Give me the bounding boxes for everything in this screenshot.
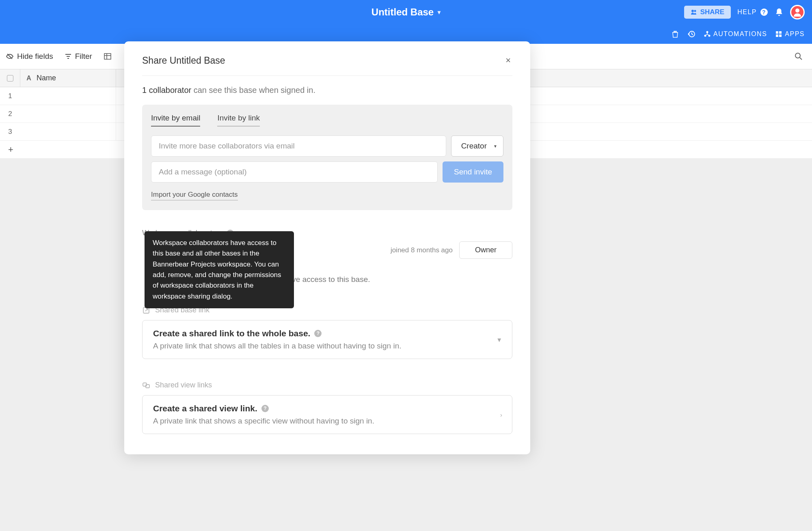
apps-label: APPS bbox=[785, 30, 805, 38]
shared-base-link-card[interactable]: Create a shared link to the whole base. … bbox=[142, 320, 512, 359]
filter-button[interactable]: Filter bbox=[65, 52, 92, 61]
modal-subtitle: 1 collaborator can see this base when si… bbox=[142, 86, 512, 95]
hide-fields-label: Hide fields bbox=[17, 52, 53, 61]
joined-text: joined 8 months ago bbox=[391, 246, 453, 254]
help-button[interactable]: HELP ? bbox=[737, 8, 768, 16]
chevron-right-icon: › bbox=[500, 411, 502, 418]
column-header-name[interactable]: A Name bbox=[20, 69, 116, 87]
apps-button[interactable]: APPS bbox=[775, 30, 805, 38]
invite-box: Invite by email Invite by link Creator ▼… bbox=[142, 105, 512, 210]
help-label: HELP bbox=[737, 9, 757, 16]
shared-view-links-label: Shared view links bbox=[142, 381, 512, 389]
automations-button[interactable]: AUTOMATIONS bbox=[704, 30, 767, 38]
svg-rect-13 bbox=[104, 54, 111, 59]
eye-off-icon bbox=[6, 52, 14, 60]
shared-base-card-desc: A private link that shows all the tables… bbox=[153, 342, 501, 350]
base-title-text: Untitled Base bbox=[371, 6, 434, 18]
row-number: 1 bbox=[0, 92, 20, 100]
role-select[interactable]: Creator ▼ bbox=[451, 135, 503, 157]
row-number: 2 bbox=[0, 110, 20, 118]
group-button[interactable] bbox=[104, 52, 112, 60]
svg-point-16 bbox=[795, 53, 800, 58]
svg-text:?: ? bbox=[762, 9, 766, 15]
svg-text:A: A bbox=[26, 75, 31, 82]
tooltip: Workspace collaborators have access to t… bbox=[145, 231, 294, 308]
svg-rect-9 bbox=[776, 31, 778, 34]
select-all-checkbox[interactable] bbox=[0, 69, 20, 87]
svg-point-4 bbox=[795, 9, 799, 13]
svg-point-6 bbox=[706, 31, 708, 33]
svg-rect-11 bbox=[776, 34, 778, 37]
svg-rect-10 bbox=[779, 31, 782, 34]
shared-view-link-card[interactable]: Create a shared view link. ? A private l… bbox=[142, 395, 512, 434]
svg-point-1 bbox=[694, 10, 696, 12]
link-icon bbox=[142, 381, 150, 389]
search-icon bbox=[794, 52, 803, 61]
group-icon bbox=[104, 52, 112, 60]
chevron-down-icon: ▾ bbox=[438, 9, 441, 15]
tab-invite-link[interactable]: Invite by link bbox=[217, 114, 260, 127]
base-title[interactable]: Untitled Base ▾ bbox=[371, 6, 441, 18]
shared-view-card-title: Create a shared view link. bbox=[153, 404, 257, 413]
trash-icon[interactable] bbox=[671, 30, 679, 38]
svg-line-17 bbox=[800, 58, 802, 60]
filter-icon bbox=[65, 53, 72, 60]
cell[interactable] bbox=[20, 123, 116, 140]
import-contacts-link[interactable]: Import your Google contacts bbox=[151, 191, 238, 200]
chevron-down-icon: ▼ bbox=[493, 144, 497, 148]
person-icon bbox=[793, 7, 802, 17]
chevron-down-icon: ▼ bbox=[496, 336, 502, 343]
apps-icon bbox=[775, 30, 782, 38]
hide-fields-button[interactable]: Hide fields bbox=[6, 52, 53, 61]
share-label: SHARE bbox=[700, 8, 725, 16]
row-number: 3 bbox=[0, 128, 20, 136]
history-icon[interactable] bbox=[687, 30, 695, 38]
shared-view-card-desc: A private link that shows a specific vie… bbox=[153, 417, 501, 426]
invite-email-input[interactable] bbox=[151, 135, 446, 157]
top-bar: Untitled Base ▾ SHARE HELP ? AUTOMATIONS bbox=[0, 0, 812, 44]
automations-label: AUTOMATIONS bbox=[713, 30, 767, 38]
close-button[interactable]: × bbox=[504, 54, 512, 67]
avatar[interactable] bbox=[790, 5, 805, 19]
bell-icon[interactable] bbox=[775, 8, 784, 17]
svg-rect-12 bbox=[779, 34, 782, 37]
invite-message-input[interactable] bbox=[151, 161, 438, 183]
shared-base-card-title: Create a shared link to the whole base. bbox=[153, 329, 310, 338]
text-field-icon: A bbox=[25, 75, 32, 82]
modal-title: Share Untitled Base bbox=[142, 55, 225, 66]
share-button[interactable]: SHARE bbox=[684, 6, 731, 19]
help-circle-icon: ? bbox=[261, 405, 269, 412]
cell[interactable] bbox=[20, 87, 116, 105]
column-header-label: Name bbox=[37, 74, 56, 82]
filter-label: Filter bbox=[75, 52, 92, 61]
help-circle-icon: ? bbox=[314, 330, 322, 337]
tab-invite-email[interactable]: Invite by email bbox=[151, 114, 200, 127]
search-button[interactable] bbox=[794, 52, 803, 61]
people-icon bbox=[691, 9, 697, 15]
cell[interactable] bbox=[20, 105, 116, 123]
help-circle-icon: ? bbox=[760, 8, 768, 16]
owner-role[interactable]: Owner bbox=[459, 241, 512, 259]
send-invite-button[interactable]: Send invite bbox=[443, 161, 503, 183]
role-select-value: Creator bbox=[461, 142, 487, 150]
automations-icon bbox=[704, 30, 711, 38]
svg-point-0 bbox=[691, 10, 694, 12]
